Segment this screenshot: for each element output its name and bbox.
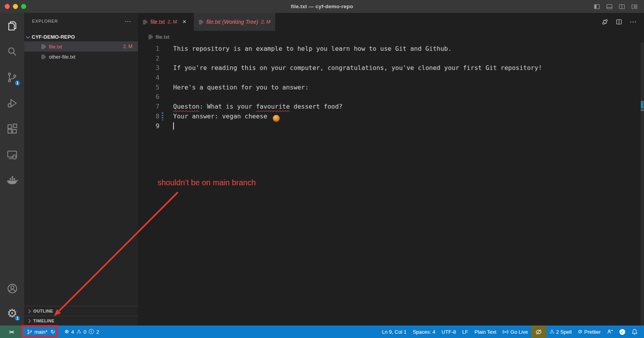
go-live-button[interactable]: Go Live xyxy=(499,325,531,338)
settings-badge: 1 xyxy=(14,315,21,322)
extensions-icon xyxy=(6,123,18,135)
overview-ruler[interactable] xyxy=(640,43,644,325)
code-line[interactable]: 7Queston: What is your favourite dessert… xyxy=(138,102,644,112)
code-line[interactable]: 2 xyxy=(138,54,644,64)
open-changes-icon[interactable] xyxy=(601,18,608,25)
file-row-other-file-txt[interactable]: other-file.txt xyxy=(24,52,138,62)
line-text: Your answer: vegan cheese 🥧 xyxy=(173,112,280,122)
zoom-window-button[interactable] xyxy=(21,4,26,9)
gutter xyxy=(159,44,173,54)
sidebar-item-extensions[interactable] xyxy=(0,116,24,142)
search-icon xyxy=(6,46,18,57)
line-number: 4 xyxy=(138,73,159,83)
sidebar-item-remote-explorer[interactable] xyxy=(0,142,24,168)
close-tab-icon[interactable]: × xyxy=(181,18,188,26)
docker-icon xyxy=(6,174,18,187)
sidebar-item-docker[interactable] xyxy=(0,168,24,193)
settings-button[interactable]: ⚙ 1 xyxy=(0,301,24,325)
editor-tab-file-txt[interactable]: file.txt2, M× xyxy=(138,13,193,31)
pie-emoji: 🥧 xyxy=(273,115,280,122)
window-title: file.txt — cyf-demo-repo xyxy=(0,4,644,9)
toggle-sidebar-icon[interactable] xyxy=(594,4,600,10)
overview-marker xyxy=(641,109,644,111)
remote-indicator[interactable]: >< xyxy=(0,325,22,338)
breadcrumb[interactable]: file.txt xyxy=(138,31,644,43)
line-number: 2 xyxy=(138,54,159,64)
hidden-eye-status-item[interactable] xyxy=(531,325,546,338)
gutter xyxy=(159,92,173,102)
errors-icon: ⊗ xyxy=(64,329,69,334)
explorer-title: EXPLORER xyxy=(32,19,58,23)
run-debug-icon xyxy=(6,97,18,109)
gutter xyxy=(159,63,173,73)
accounts-button[interactable] xyxy=(0,275,24,301)
prettier-status[interactable]: ⊘ Prettier xyxy=(575,325,604,338)
more-actions-ellipsis-icon[interactable]: ⋯ xyxy=(630,18,637,26)
explorer-sidebar: EXPLORER ⋯ CYF-DEMO-REPO file.txt2, Moth… xyxy=(24,13,138,325)
eye-slash-icon xyxy=(535,329,542,335)
branch-indicator[interactable]: main* ↻ xyxy=(22,325,58,338)
text-file-icon xyxy=(143,20,148,25)
toggle-secondary-sidebar-icon[interactable] xyxy=(619,4,625,10)
line-number: 8 xyxy=(138,112,159,122)
remote-icon: >< xyxy=(9,329,13,335)
check-status-button[interactable]: ✓ xyxy=(616,325,628,338)
file-tree: CYF-DEMO-REPO file.txt2, Mother-file.txt xyxy=(24,32,138,62)
line-text: Here's a question for you to answer: xyxy=(173,83,309,93)
check-circle-icon: ✓ xyxy=(619,329,625,335)
feedback-person-button[interactable] xyxy=(604,325,616,338)
text-file-icon xyxy=(41,44,46,49)
editor-tab-file-txt-working-tree[interactable]: file.txt (Working Tree)2, M xyxy=(194,13,275,31)
outline-section-header[interactable]: OUTLINE xyxy=(24,306,138,316)
indentation[interactable]: Spaces: 4 xyxy=(410,325,438,338)
sidebar-item-run-and-debug[interactable] xyxy=(0,90,24,116)
explorer-actions-ellipsis-icon[interactable]: ⋯ xyxy=(125,18,131,25)
code-line[interactable]: 8Your answer: vegan cheese 🥧 xyxy=(138,112,644,122)
sidebar-item-explorer[interactable] xyxy=(0,13,24,39)
spell-checker-status[interactable]: ⚠︎ 2 Spell xyxy=(546,325,575,338)
minimize-window-button[interactable] xyxy=(13,4,18,9)
customize-layout-icon[interactable] xyxy=(631,4,638,10)
file-row-file-txt[interactable]: file.txt2, M xyxy=(24,41,138,52)
account-icon xyxy=(6,283,18,295)
close-window-button[interactable] xyxy=(5,4,10,9)
cursor-position[interactable]: Ln 9, Col 1 xyxy=(379,325,410,338)
code-line[interactable]: 5Here's a question for you to answer: xyxy=(138,83,644,93)
code-line[interactable]: 4 xyxy=(138,73,644,83)
code-line[interactable]: 6 xyxy=(138,92,644,102)
notifications-button[interactable] xyxy=(628,325,641,338)
tab-git-badge: 2, M xyxy=(168,19,177,25)
chevron-right-icon xyxy=(27,309,31,313)
overview-modified-marker xyxy=(641,101,644,109)
sidebar-item-search[interactable] xyxy=(0,39,24,64)
line-text: Queston: What is your favourite dessert … xyxy=(173,102,343,112)
split-editor-icon[interactable] xyxy=(615,18,623,25)
timeline-section-header[interactable]: TIMELINE xyxy=(24,316,138,325)
sidebar-item-source-control[interactable]: 1 xyxy=(0,64,24,90)
chevron-down-icon xyxy=(26,34,30,38)
language-mode[interactable]: Plain Text xyxy=(471,325,499,338)
sidebar-bottom-sections: OUTLINE TIMELINE xyxy=(24,306,138,325)
text-file-icon xyxy=(41,54,46,59)
encoding[interactable]: UTF-8 xyxy=(438,325,459,338)
gutter xyxy=(159,102,173,112)
gutter xyxy=(159,122,173,131)
broadcast-icon xyxy=(503,329,508,335)
code-editor[interactable]: 1This repository is an example to help y… xyxy=(138,43,644,131)
window-controls xyxy=(5,4,26,9)
title-bar: file.txt — cyf-demo-repo xyxy=(0,0,644,13)
folder-row-cyf-demo-repo[interactable]: CYF-DEMO-REPO xyxy=(24,32,138,41)
eol-sequence[interactable]: LF xyxy=(459,325,471,338)
toggle-panel-icon[interactable] xyxy=(606,4,613,10)
code-line[interactable]: 3If you're reading this on your computer… xyxy=(138,63,644,73)
gutter xyxy=(159,73,173,83)
editor-area: file.txt2, M×file.txt (Working Tree)2, M… xyxy=(138,13,644,325)
gutter xyxy=(159,83,173,93)
line-text: This repository is an example to help yo… xyxy=(173,44,452,54)
code-line[interactable]: 1This repository is an example to help y… xyxy=(138,44,644,54)
text-file-icon xyxy=(199,20,204,25)
problems-indicator[interactable]: ⊗ 4 ⚠︎ 0 ⓘ 2 xyxy=(58,325,102,338)
sync-icon[interactable]: ↻ xyxy=(50,329,55,335)
code-line[interactable]: 9 xyxy=(138,122,644,131)
activity-bar: 1 ⚙ 1 xyxy=(0,13,24,325)
